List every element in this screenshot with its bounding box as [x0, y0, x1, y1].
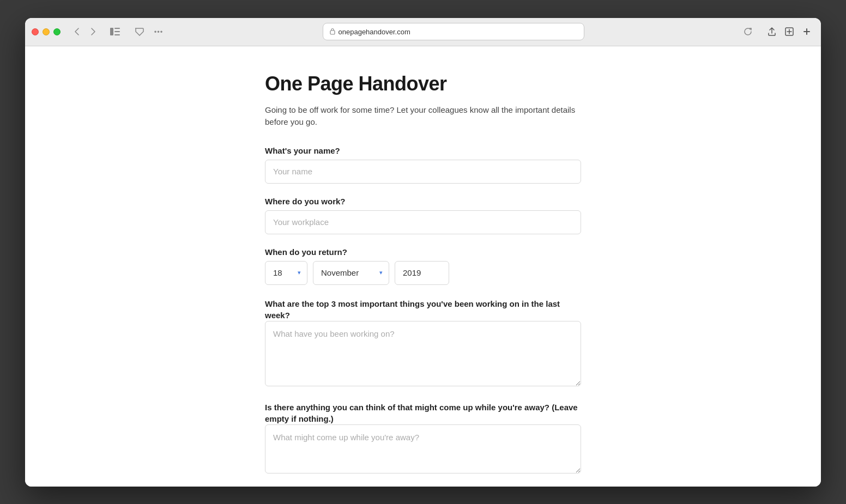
- workplace-input[interactable]: [265, 210, 581, 234]
- date-row: 1234567891011121314151617181920212223242…: [265, 261, 581, 285]
- page-container: One Page Handover Going to be off work f…: [254, 72, 592, 476]
- new-tab-button[interactable]: [799, 24, 814, 39]
- top3-field-group: What are the top 3 most important things…: [265, 298, 581, 388]
- traffic-lights: [32, 28, 61, 35]
- sidebar-toggle-button[interactable]: [107, 24, 123, 39]
- page-title: One Page Handover: [265, 72, 581, 95]
- back-button[interactable]: [69, 24, 84, 39]
- month-select[interactable]: JanuaryFebruaryMarchAprilMayJuneJulyAugu…: [313, 261, 389, 285]
- month-select-wrapper: JanuaryFebruaryMarchAprilMayJuneJulyAugu…: [313, 261, 389, 285]
- workplace-field-group: Where do you work?: [265, 197, 581, 234]
- return-date-label: When do you return?: [265, 247, 581, 257]
- minimize-button[interactable]: [43, 28, 50, 35]
- svg-rect-4: [330, 31, 335, 34]
- svg-rect-0: [110, 28, 113, 35]
- close-button[interactable]: [32, 28, 39, 35]
- name-field-group: What's your name?: [265, 146, 581, 184]
- svg-rect-2: [114, 31, 120, 32]
- toolbar-right: [764, 24, 814, 39]
- away-textarea[interactable]: [265, 424, 581, 473]
- reload-button[interactable]: [740, 24, 756, 39]
- top3-textarea[interactable]: [265, 321, 581, 386]
- day-select[interactable]: 1234567891011121314151617181920212223242…: [265, 261, 307, 285]
- year-input[interactable]: [395, 261, 449, 285]
- away-label: Is there anything you can think of that …: [265, 403, 578, 423]
- browser-content: One Page Handover Going to be off work f…: [25, 46, 821, 487]
- page-description: Going to be off work for some time? Let …: [265, 104, 581, 129]
- lock-icon: [330, 28, 335, 36]
- name-label: What's your name?: [265, 146, 581, 155]
- browser-window: ••• onepagehandover.com: [25, 18, 821, 487]
- away-field-group: Is there anything you can think of that …: [265, 402, 581, 476]
- nav-buttons: [69, 24, 101, 39]
- url-text: onepagehandover.com: [339, 28, 410, 36]
- share-button[interactable]: [764, 24, 779, 39]
- address-bar[interactable]: onepagehandover.com: [323, 23, 584, 40]
- forward-button[interactable]: [86, 24, 101, 39]
- name-input[interactable]: [265, 160, 581, 184]
- pocket-button[interactable]: [131, 24, 147, 39]
- maximize-button[interactable]: [53, 28, 61, 35]
- return-date-group: When do you return? 12345678910111213141…: [265, 247, 581, 285]
- extensions-button[interactable]: •••: [151, 24, 166, 39]
- day-select-wrapper: 1234567891011121314151617181920212223242…: [265, 261, 307, 285]
- svg-rect-1: [114, 28, 120, 29]
- add-tab-button[interactable]: [782, 24, 797, 39]
- svg-rect-3: [114, 34, 120, 35]
- browser-titlebar: ••• onepagehandover.com: [25, 18, 821, 46]
- top3-label: What are the top 3 most important things…: [265, 299, 560, 320]
- workplace-label: Where do you work?: [265, 197, 581, 206]
- address-bar-container: onepagehandover.com: [171, 23, 736, 40]
